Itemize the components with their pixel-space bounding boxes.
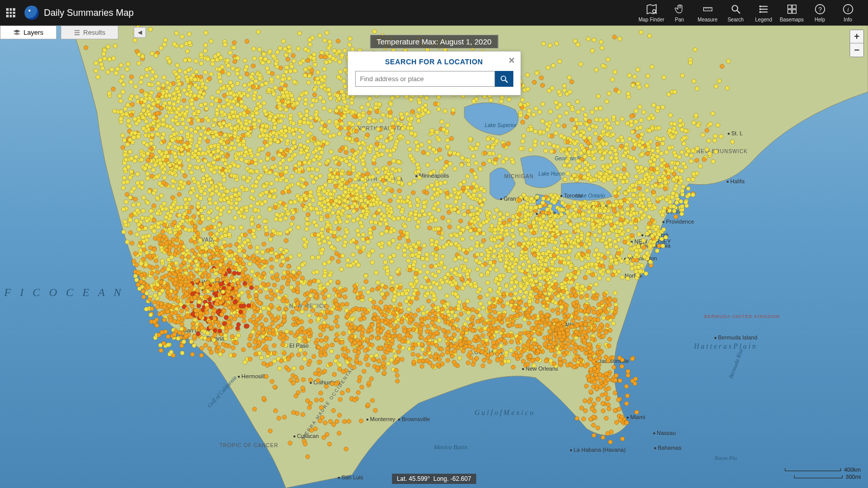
city-label: Boston <box>662 208 683 214</box>
svg-rect-16 <box>792 5 796 9</box>
city-label: Brownsville <box>398 416 430 422</box>
app-title: Daily Summaries Map <box>44 8 134 18</box>
svg-rect-15 <box>787 5 791 9</box>
city-label: Toronto <box>560 192 583 199</box>
city-label: Grand Rapids <box>500 196 538 202</box>
mexico-basin-label: Mexico Basin <box>434 444 467 452</box>
map-canvas[interactable]: F I C O C E A N G u l f o f M e x i c o … <box>0 26 868 488</box>
search-icon <box>500 75 509 84</box>
zoom-out-button[interactable]: − <box>850 43 863 57</box>
city-label: Buffalo <box>591 203 612 209</box>
long-value: -62.607 <box>451 475 472 482</box>
search-icon <box>730 3 742 15</box>
new-brunswick-label: NEW BRUNSWICK <box>697 148 748 155</box>
measure-icon <box>702 3 714 15</box>
city-label: St. L <box>728 130 743 136</box>
city-label: San Diego <box>180 327 209 333</box>
tool-legend[interactable]: Legend <box>750 1 778 25</box>
search-popup-title: SEARCH FOR A LOCATION ✕ <box>348 52 520 71</box>
svg-rect-18 <box>792 10 796 13</box>
city-label: Washington <box>624 255 657 261</box>
tool-label: Measure <box>698 17 717 22</box>
tool-measure[interactable]: Measure <box>693 1 722 25</box>
city-label: Nassau <box>653 430 676 436</box>
tool-basemaps[interactable]: Basemaps <box>778 1 806 25</box>
gulf-of-mexico-label: G u l f o f M e x i c o <box>475 408 533 418</box>
michigan-label: MICHIGAN <box>504 174 534 179</box>
south-dakota-label: SOUTH DAKOTA <box>357 176 403 183</box>
tool-pan[interactable]: Pan <box>665 1 693 25</box>
svg-text:i: i <box>847 6 849 13</box>
city-label: Bahamas <box>654 445 681 451</box>
svg-point-13 <box>759 9 761 10</box>
lat-value: 45.599° <box>409 475 430 482</box>
city-label: Atlanta <box>561 322 582 328</box>
header-toolbar: Map Finder Pan Measure Search Legend Bas… <box>637 1 862 25</box>
map-finder-icon <box>646 3 658 15</box>
tool-label: Info <box>844 17 852 22</box>
city-label: Detroit <box>536 210 556 216</box>
city-label: La Habana (Havana) <box>570 447 626 453</box>
nevada-label: NEVADA <box>193 237 217 242</box>
lake-huron-label: Lake Huron <box>538 171 565 177</box>
city-label: New Orleans <box>522 365 558 372</box>
svg-point-14 <box>759 11 761 13</box>
city-label: Hermosillo <box>238 373 268 379</box>
city-label: Miami <box>627 414 645 420</box>
legend-icon <box>758 3 770 15</box>
info-icon: i <box>842 3 854 15</box>
search-popup-body <box>348 71 520 95</box>
search-location-popup: SEARCH FOR A LOCATION ✕ <box>348 51 521 95</box>
city-label: Norfolk <box>621 273 642 279</box>
app-header: Daily Summaries Map Map Finder Pan Measu… <box>0 0 868 26</box>
tool-help[interactable]: ?Help <box>806 1 834 25</box>
city-label: San Luis <box>338 474 363 480</box>
city-label: Jacksonville <box>595 358 629 364</box>
city-label: Las Vegas <box>202 286 231 292</box>
tool-label: Help <box>814 17 825 22</box>
city-label: El Paso <box>286 343 309 349</box>
tool-info[interactable]: iInfo <box>834 1 862 25</box>
north-dakota-label: NORTH DAKOTA <box>357 125 404 132</box>
city-label: Culiacan <box>293 433 319 439</box>
louisiana-label: LOUISIANA <box>471 350 503 355</box>
search-popup-title-text: SEARCH FOR A LOCATION <box>385 58 483 66</box>
svg-line-27 <box>505 80 508 83</box>
svg-line-8 <box>737 11 740 14</box>
svg-text:?: ? <box>818 6 822 13</box>
location-search-input[interactable] <box>355 71 495 87</box>
cursor-coordinates: Lat. 45.599° Long. -62.607 <box>392 474 477 484</box>
tool-search[interactable]: Search <box>722 1 750 25</box>
side-tabs: Layers Results ◀ <box>0 26 146 39</box>
noaa-logo <box>24 6 39 20</box>
tool-label: Legend <box>755 17 772 22</box>
hatteras-plain-label: H a t t e r a s P l a i n <box>694 342 756 351</box>
city-label: Tijuana <box>203 335 225 341</box>
tab-results[interactable]: Results <box>61 26 118 39</box>
city-label: Mt Whitney <box>190 279 222 285</box>
apps-grid-icon[interactable] <box>6 8 15 17</box>
collapse-panel-button[interactable]: ◀ <box>134 27 146 38</box>
tropic-of-cancer-label: TROPIC OF CANCER <box>219 443 278 448</box>
tab-layers[interactable]: Layers <box>0 26 57 39</box>
svg-point-26 <box>501 76 506 81</box>
tool-label: Search <box>728 17 744 22</box>
nares-label: Nares Pla <box>714 454 737 461</box>
lake-superior-label: Lake Superior <box>485 123 516 128</box>
zoom-in-button[interactable]: + <box>850 30 863 43</box>
city-label: Minneapolis <box>415 173 449 179</box>
new-mexico-label: NEW MEXICO <box>289 303 328 309</box>
bermuda-uk-label: BERMUDA UNITED KINGDOM <box>704 314 780 320</box>
city-label: Chihuahua <box>310 379 340 385</box>
tool-map-finder[interactable]: Map Finder <box>637 1 665 25</box>
city-label: Monterrey <box>366 416 395 422</box>
city-label: Providence <box>662 218 694 225</box>
tool-label: Pan <box>675 17 684 22</box>
svg-rect-17 <box>787 10 791 13</box>
long-label: Long. <box>433 475 449 482</box>
svg-rect-2 <box>703 8 712 11</box>
location-search-button[interactable] <box>495 71 513 87</box>
zoom-control: + − <box>850 30 864 57</box>
close-icon[interactable]: ✕ <box>508 56 515 65</box>
city-label: Halifa <box>727 178 745 184</box>
